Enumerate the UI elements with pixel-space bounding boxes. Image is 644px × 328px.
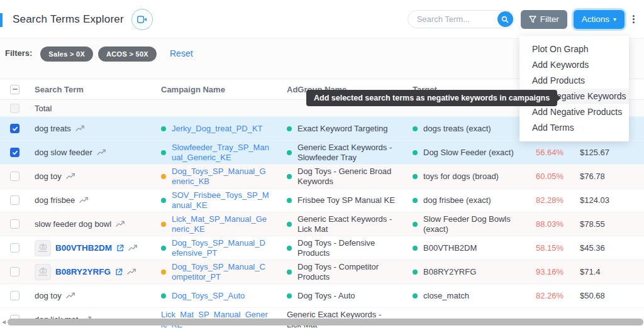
campaign-name-cell-text[interactable]: Jerky_Dog_treat_PD_KT xyxy=(172,124,263,134)
target-cell: Dog Slow Feeder (exact) xyxy=(401,148,522,158)
row-checkbox[interactable] xyxy=(10,195,19,205)
product-image-placeholder xyxy=(35,264,51,280)
trend-chart-icon[interactable] xyxy=(75,125,85,132)
table-row[interactable]: dog toyDog_Toys_SP_Manual_Generic_KBDog … xyxy=(0,165,644,189)
horizontal-scrollbar[interactable]: ◀ xyxy=(0,317,644,327)
campaign-name-cell-text[interactable]: Dog_Toys_SP_Manual_Competitor_PT xyxy=(172,262,269,282)
col-header-campaign-name[interactable]: Campaign Name xyxy=(150,85,275,94)
target-cell: toys for dogs (broad) xyxy=(401,172,522,182)
menu-item-plot-on-graph[interactable]: Plot On Graph xyxy=(519,41,629,57)
orange-status-dot xyxy=(161,174,166,179)
search-term-cell: dog toy xyxy=(25,291,150,300)
search-term-cell: dog slow feeder xyxy=(25,148,150,157)
search-term-text: dog toy xyxy=(35,172,62,181)
trend-chart-icon[interactable] xyxy=(127,268,136,275)
asin-link[interactable]: B00VTHB2DM xyxy=(55,243,112,253)
col-header-search-term[interactable]: Search Term xyxy=(25,85,150,94)
spend-value: $125.67 xyxy=(577,148,644,157)
select-all-checkbox[interactable] xyxy=(10,85,19,94)
search-term-cell: B08RY2YRFG xyxy=(25,264,150,280)
row-checkbox-cell xyxy=(0,291,25,300)
search-box xyxy=(408,10,514,28)
trend-chart-icon[interactable] xyxy=(66,173,75,180)
campaign-name-cell-text[interactable]: Dog_Toys_SP_Manual_Generic_KB xyxy=(172,167,269,187)
table-row[interactable]: dog frisbeeSOV_Frisbee_Toys_SP_Manual_KE… xyxy=(0,189,644,212)
row-checkbox[interactable] xyxy=(10,291,19,300)
tooltip: Add selected search terms as negative ke… xyxy=(306,90,557,106)
row-checkbox-cell xyxy=(0,124,25,133)
reset-filters-link[interactable]: Reset xyxy=(170,48,193,58)
funnel-icon xyxy=(529,16,536,23)
menu-item-add-keywords[interactable]: Add Keywords xyxy=(519,57,629,73)
search-term-cell: dog frisbee xyxy=(25,195,150,205)
campaign-name-cell-text[interactable]: Dog_Toys_SP_Manual_Defensive_PT xyxy=(172,238,269,258)
actions-button[interactable]: Actions ▾ xyxy=(574,10,625,29)
campaign-name-cell-text[interactable]: SOV_Frisbee_Toys_SP_Manual_KE xyxy=(172,190,269,210)
green-status-dot xyxy=(287,270,292,275)
menu-item-add-negative-products[interactable]: Add Negative Products xyxy=(519,104,629,120)
adgroup-name-cell-text: Dog Toys - Auto xyxy=(297,291,355,301)
spend-value: $124.03 xyxy=(577,195,644,205)
green-status-dot xyxy=(161,126,166,131)
campaign-name-cell-text[interactable]: Dog_Toys_SP_Auto xyxy=(172,291,245,301)
search-button[interactable] xyxy=(497,11,513,27)
external-link-icon[interactable] xyxy=(115,268,123,276)
adgroup-name-cell-text: Dog Toys - Competitor Products xyxy=(297,262,395,282)
filter-button[interactable]: Filter xyxy=(521,10,567,29)
trend-chart-icon[interactable] xyxy=(128,244,138,251)
title-accent-bar xyxy=(0,13,3,27)
adgroup-name-cell: Frisbee Toy SP Manual KE xyxy=(275,195,401,205)
spend-value: $76.78 xyxy=(577,172,644,181)
table-row[interactable]: slow feeder dog bowlLick_Mat_SP_Manual_G… xyxy=(0,212,644,236)
table-row[interactable]: dog toyDog_Toys_SP_AutoDog Toys - Autocl… xyxy=(0,284,644,308)
tutorial-video-button[interactable] xyxy=(131,9,153,30)
target-cell-text: dog frisbee (exact) xyxy=(423,195,491,205)
trend-chart-icon[interactable] xyxy=(116,221,125,227)
page-title: Search Terms Explorer xyxy=(13,13,124,26)
adgroup-name-cell: Dog Toys - Auto xyxy=(275,291,401,301)
trend-chart-icon[interactable] xyxy=(79,197,89,204)
filter-pill[interactable]: Sales > 0X xyxy=(40,46,93,62)
acos-value: 88.03% xyxy=(522,219,577,229)
menu-item-add-terms[interactable]: Add Terms xyxy=(519,120,629,136)
green-status-dot xyxy=(287,174,292,179)
spend-value: $50.68 xyxy=(577,291,644,300)
green-status-dot xyxy=(287,150,292,155)
row-checkbox[interactable] xyxy=(10,148,19,157)
adgroup-name-cell: Generic Exact Keywords - Lick Mat xyxy=(275,214,401,234)
top-bar: Search Terms Explorer Filter xyxy=(0,0,644,39)
acos-value: 56.64% xyxy=(522,148,577,157)
green-status-dot xyxy=(413,126,418,131)
external-link-icon[interactable] xyxy=(116,244,124,252)
row-checkbox[interactable] xyxy=(10,124,19,133)
menu-item-add-products[interactable]: Add Products xyxy=(519,73,629,89)
row-checkbox[interactable] xyxy=(10,219,19,229)
row-checkbox-cell xyxy=(0,195,25,205)
table-row[interactable]: B08RY2YRFGDog_Toys_SP_Manual_Competitor_… xyxy=(0,260,644,284)
green-status-dot xyxy=(413,174,418,179)
search-term-text: dog frisbee xyxy=(35,195,75,205)
trend-chart-icon[interactable] xyxy=(97,149,106,156)
indeterminate-icon xyxy=(13,89,18,90)
campaign-name-cell: SOV_Frisbee_Toys_SP_Manual_KE xyxy=(150,190,275,210)
scroll-left-arrow-icon[interactable]: ◀ xyxy=(0,319,8,325)
adgroup-name-cell-text: Frisbee Toy SP Manual KE xyxy=(297,195,395,205)
row-checkbox[interactable] xyxy=(10,172,19,181)
campaign-name-cell-text[interactable]: Slowfeeder_Tray_SP_Manual_Generic_KE xyxy=(172,143,269,163)
row-checkbox[interactable] xyxy=(10,267,19,276)
target-cell-text: Dog Slow Feeder (exact) xyxy=(423,148,514,158)
campaign-name-cell-text[interactable]: Lick_Mat_SP_Manual_Generic_KE xyxy=(172,214,269,234)
green-status-dot xyxy=(161,246,166,251)
row-checkbox[interactable] xyxy=(10,243,19,253)
table-row[interactable]: dog slow feederSlowfeeder_Tray_SP_Manual… xyxy=(0,141,644,165)
filters-label: Filters: xyxy=(5,48,32,58)
filter-pill[interactable]: ACOS > 50X xyxy=(98,46,157,62)
table-row[interactable]: B00VTHB2DMDog_Toys_SP_Manual_Defensive_P… xyxy=(0,236,644,260)
green-status-dot xyxy=(287,246,292,251)
scrollbar-thumb[interactable] xyxy=(8,319,643,325)
kebab-menu-icon[interactable] xyxy=(631,15,636,23)
asin-link[interactable]: B08RY2YRFG xyxy=(55,267,111,276)
search-term-cell: dog treats xyxy=(25,124,150,133)
target-cell: dogs treats (exact) xyxy=(401,124,522,134)
trend-chart-icon[interactable] xyxy=(66,292,75,299)
